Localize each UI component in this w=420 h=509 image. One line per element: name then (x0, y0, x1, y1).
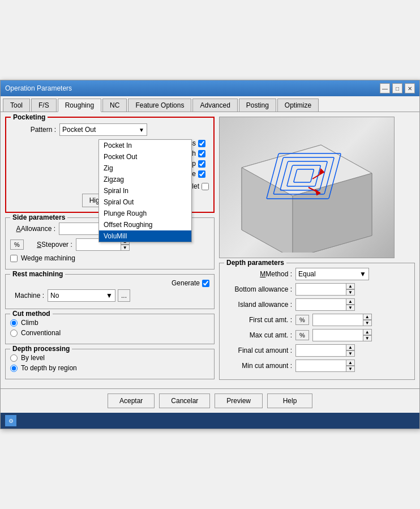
main-window: Operation Parameters — □ ✕ Tool F/S Roug… (0, 80, 420, 429)
bottom-allowance-row: Bottom allowance : 0in ▲ ▼ (224, 283, 410, 296)
final-cut-spinbtns: ▲ ▼ (346, 344, 355, 357)
max-cut-down[interactable]: ▼ (363, 335, 372, 341)
cancel-button[interactable]: Cancelar (159, 393, 210, 408)
side-parameters-label: Side parameters (10, 213, 67, 221)
bottom-allowance-spinbtns: ▲ ▼ (346, 283, 355, 296)
dropdown-item-zig[interactable]: Zig (99, 162, 191, 174)
first-cut-up[interactable]: ▲ (363, 314, 372, 320)
first-cut-pct-button[interactable]: % (295, 315, 309, 325)
max-cut-input[interactable]: 50 (312, 329, 363, 341)
machine-value: No (50, 292, 59, 300)
dropdown-item-spiral-in[interactable]: Spiral In (99, 185, 191, 196)
pocketing-group: Pocketing Pattern : Pocket Out ▼ Pocket … (5, 117, 215, 213)
preview-image (219, 117, 395, 258)
min-cut-spinner: 0.025in ▲ ▼ (295, 360, 355, 372)
pattern-dropdown-menu: Pocket In Pocket Out Zig Zigzag Spiral I… (98, 139, 192, 242)
tab-roughing[interactable]: Roughing (58, 99, 101, 112)
method-dropdown[interactable]: Equal ▼ (295, 268, 369, 280)
min-cut-label: Min cut amount : (224, 362, 292, 370)
allowance-input[interactable]: 0.01in (59, 223, 104, 235)
machine-dots-button[interactable]: ... (118, 289, 130, 302)
tab-fs[interactable]: F/S (31, 99, 57, 112)
depth-parameters-label: Depth parameters (224, 259, 286, 267)
dropdown-item-spiral-out[interactable]: Spiral Out (99, 196, 191, 208)
max-cut-up[interactable]: ▲ (363, 329, 372, 335)
cb-oth[interactable] (198, 150, 205, 157)
preview-button[interactable]: Preview (215, 393, 263, 408)
pattern-dropdown[interactable]: Pocket Out ▼ (59, 123, 147, 136)
first-cut-input[interactable]: 50 (312, 314, 363, 326)
tab-advanced[interactable]: Advanced (192, 99, 237, 112)
to-depth-row: To depth by region (10, 364, 209, 372)
cb-pp[interactable] (198, 160, 205, 168)
help-button[interactable]: Help (267, 393, 312, 408)
final-cut-spinner: 0in ▲ ▼ (295, 344, 355, 357)
main-content: Pocketing Pattern : Pocket Out ▼ Pocket … (1, 112, 419, 388)
depth-processing-group: Depth processing By level To depth by re… (5, 349, 215, 379)
wedge-machining-checkbox[interactable] (10, 255, 18, 262)
dropdown-item-pocket-in[interactable]: Pocket In (99, 140, 191, 151)
percent-button[interactable]: % (10, 239, 24, 250)
generate-checkbox[interactable] (202, 280, 209, 287)
island-allowance-spinner: 0in ▲ ▼ (295, 298, 355, 311)
dropdown-item-zigzag[interactable]: Zigzag (99, 174, 191, 185)
left-panel: Pocketing Pattern : Pocket Out ▼ Pocket … (5, 117, 215, 384)
island-allowance-row: Island allowance : 0in ▲ ▼ (224, 298, 410, 311)
stepover-label: SStepover : (27, 241, 72, 249)
first-cut-down[interactable]: ▼ (363, 320, 372, 326)
tab-optimize[interactable]: Optimize (277, 99, 319, 112)
tab-nc[interactable]: NC (102, 99, 127, 112)
taskbar-app-icon[interactable]: ⚙ (5, 415, 16, 426)
island-allowance-up[interactable]: ▲ (346, 298, 355, 305)
final-cut-label: Final cut amount : (224, 347, 292, 354)
island-allowance-down[interactable]: ▼ (346, 305, 355, 311)
final-cut-down[interactable]: ▼ (346, 350, 355, 357)
wedge-machining-label: Wedge machining (21, 254, 75, 262)
bottom-allowance-up[interactable]: ▲ (346, 283, 355, 289)
by-level-radio[interactable] (10, 354, 18, 362)
bottom-allowance-down[interactable]: ▼ (346, 289, 355, 296)
min-cut-up[interactable]: ▲ (346, 360, 355, 366)
machine-dropdown[interactable]: No ▼ (48, 289, 115, 302)
dropdown-item-plunge-rough[interactable]: Plunge Rough (99, 208, 191, 219)
dropdown-item-offset-roughing[interactable]: Offset Roughing (99, 219, 191, 230)
first-cut-spinner: 50 ▲ ▼ (312, 314, 372, 326)
island-allowance-input[interactable]: 0in (295, 298, 346, 311)
tab-feature-options[interactable]: Feature Options (128, 99, 191, 112)
min-cut-spinbtns: ▲ ▼ (346, 360, 355, 372)
cb-ss[interactable] (198, 140, 205, 147)
final-cut-up[interactable]: ▲ (346, 344, 355, 350)
bottom-allowance-input[interactable]: 0in (295, 283, 346, 296)
conventional-radio[interactable] (10, 330, 18, 337)
climb-radio[interactable] (10, 319, 18, 327)
dropdown-item-volumill[interactable]: VoluMill (99, 230, 191, 242)
final-cut-input[interactable]: 0in (295, 344, 346, 357)
dropdown-item-pocket-out[interactable]: Pocket Out (99, 151, 191, 162)
tab-posting[interactable]: Posting (239, 99, 276, 112)
method-value: Equal (298, 270, 316, 278)
bottom-allowance-spinner: 0in ▲ ▼ (295, 283, 355, 296)
cut-method-group: Cut method Climb Conventional (5, 314, 215, 344)
cb-ble[interactable] (198, 170, 205, 178)
minimize-button[interactable]: — (380, 83, 390, 93)
close-button[interactable]: ✕ (405, 83, 415, 93)
min-cut-row: Min cut amount : 0.025in ▲ ▼ (224, 360, 410, 372)
tab-tool[interactable]: Tool (3, 99, 30, 112)
machine-dropdown-arrow: ▼ (106, 292, 113, 300)
taskbar: ⚙ (1, 413, 419, 429)
first-cut-label: First cut amt. : (224, 316, 292, 324)
accept-button[interactable]: Aceptar (108, 393, 155, 408)
dropdown-arrow-icon: ▼ (139, 127, 144, 133)
cb-ss-row: ss (189, 139, 209, 147)
title-bar: Operation Parameters — □ ✕ (1, 80, 419, 96)
maximize-button[interactable]: □ (392, 83, 402, 93)
max-cut-pct-button[interactable]: % (295, 330, 309, 340)
rest-machining-group: Rest machining Generate Machine : No ▼ .… (5, 274, 215, 309)
suppress-top-fillet-checkbox[interactable] (202, 183, 209, 190)
to-depth-radio[interactable] (10, 365, 18, 372)
min-cut-input[interactable]: 0.025in (295, 360, 346, 372)
conventional-row: Conventional (10, 329, 209, 337)
method-dropdown-arrow: ▼ (359, 270, 366, 278)
stepover-down[interactable]: ▼ (121, 245, 130, 251)
min-cut-down[interactable]: ▼ (346, 366, 355, 372)
